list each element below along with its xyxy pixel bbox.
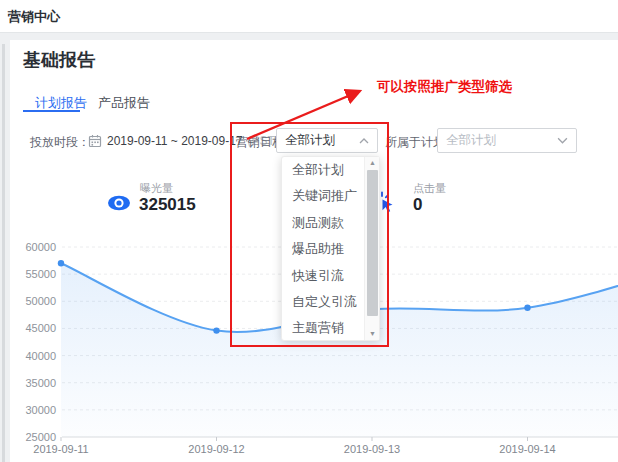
svg-text:35000: 35000 — [25, 377, 56, 389]
marketing-goal-dropdown: 全部计划关键词推广测品测款爆品助推快速引流自定义引流主题营销 ▲ ▼ — [281, 156, 380, 341]
scroll-down-icon[interactable]: ▼ — [365, 328, 380, 340]
date-range-value: 2019-09-11 ~ 2019-09-17 — [107, 134, 243, 148]
svg-text:2019-09-12: 2019-09-12 — [188, 443, 244, 455]
svg-text:50000: 50000 — [25, 295, 56, 307]
app-header: 营销中心 — [0, 0, 618, 33]
annotation-text: 可以按照推广类型筛选 — [377, 78, 512, 96]
svg-text:2019-09-13: 2019-09-13 — [344, 443, 400, 455]
scroll-thumb[interactable] — [367, 170, 378, 316]
exposure-label: 曝光量 — [140, 181, 173, 196]
scroll-up-icon[interactable]: ▲ — [365, 157, 380, 169]
belong-plan-select[interactable]: 全部计划 — [437, 128, 577, 153]
active-tab-underline — [23, 110, 80, 112]
dropdown-scrollbar[interactable]: ▲ ▼ — [364, 157, 379, 340]
eye-icon — [107, 195, 131, 211]
page-title: 基础报告 — [23, 48, 95, 72]
belong-plan-value: 全部计划 — [446, 132, 496, 149]
clicks-value: 0 — [413, 195, 422, 215]
marketing-goal-value: 全部计划 — [285, 132, 335, 149]
marketing-goal-select[interactable]: 全部计划 — [276, 128, 378, 153]
exposure-value: 325015 — [139, 195, 196, 215]
svg-text:40000: 40000 — [25, 350, 56, 362]
date-range-label: 投放时段： — [30, 134, 90, 151]
svg-text:55000: 55000 — [25, 268, 56, 280]
svg-text:25000: 25000 — [25, 431, 56, 443]
calendar-icon — [88, 134, 102, 148]
app-title: 营销中心 — [8, 8, 60, 26]
clicks-label: 点击量 — [413, 181, 446, 196]
tab-product-report[interactable]: 产品报告 — [98, 94, 150, 112]
svg-text:30000: 30000 — [25, 404, 56, 416]
svg-text:2019-09-11: 2019-09-11 — [33, 443, 88, 455]
chevron-up-icon — [359, 138, 369, 144]
chevron-down-icon — [557, 137, 568, 144]
screen: 营销中心 基础报告 计划报告 产品报告 投放时段： 2019-09-11 ~ 2… — [0, 0, 618, 462]
svg-text:45000: 45000 — [25, 322, 56, 334]
svg-text:2019-09-14: 2019-09-14 — [499, 443, 555, 455]
svg-text:60000: 60000 — [25, 241, 56, 253]
